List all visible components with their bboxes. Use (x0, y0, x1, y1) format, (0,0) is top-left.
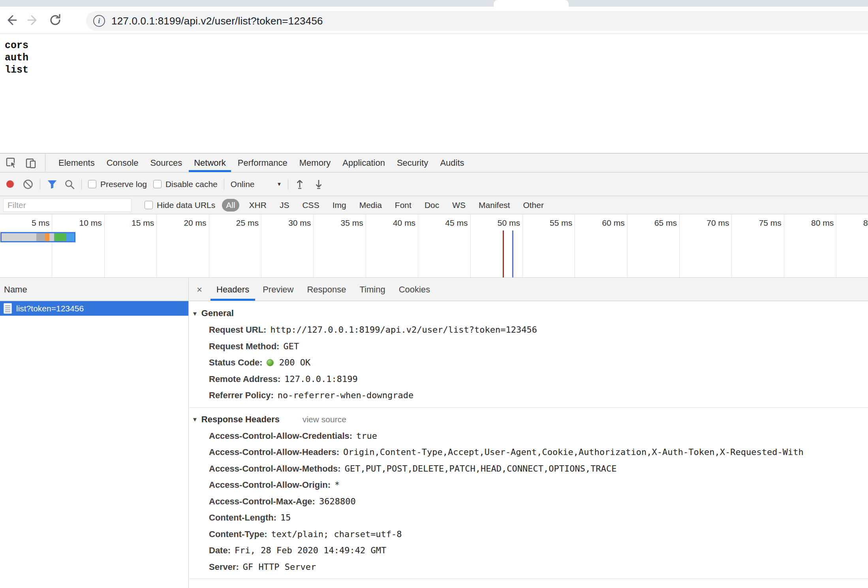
header-name: Request Method: (209, 341, 279, 351)
header-row: Request URL:http://127.0.0.1:8199/api.v2… (189, 322, 868, 338)
checkbox-icon[interactable] (145, 201, 153, 209)
details-tab-headers[interactable]: Headers (210, 278, 256, 301)
filter-type-doc[interactable]: Doc (421, 199, 442, 211)
clear-button[interactable] (23, 179, 34, 190)
view-source-link[interactable]: view source (302, 415, 346, 424)
overview-segment (54, 233, 66, 241)
header-name: Date: (209, 545, 231, 555)
details-tab-timing[interactable]: Timing (353, 278, 392, 301)
tab-performance[interactable]: Performance (232, 154, 293, 172)
tab-network[interactable]: Network (188, 154, 232, 172)
filter-type-xhr[interactable]: XHR (246, 199, 270, 211)
filter-type-js[interactable]: JS (276, 199, 293, 211)
checkbox-icon[interactable] (153, 180, 162, 188)
page-info-icon[interactable]: i (93, 15, 105, 27)
waterfall-overview-bar[interactable] (0, 232, 75, 242)
hide-data-urls-checkbox[interactable]: Hide data URLs (145, 200, 215, 210)
active-browser-tab[interactable] (494, 0, 569, 7)
timeline-tick: 35 ms (314, 214, 366, 277)
section-title: Response Headers (201, 414, 280, 425)
import-har-icon[interactable] (295, 179, 305, 190)
timeline-tick: 10 ms (52, 214, 104, 277)
preserve-log-checkbox[interactable]: Preserve log (88, 180, 147, 189)
record-button[interactable] (6, 180, 14, 188)
header-row: Remote Address:127.0.0.1:8199 (189, 371, 868, 388)
filter-type-ws[interactable]: WS (449, 199, 469, 211)
address-bar[interactable]: i 127.0.0.1:8199/api.v2/user/list?token=… (86, 11, 868, 31)
overview-segment (66, 233, 74, 241)
document-icon (4, 303, 12, 314)
reload-button[interactable] (44, 9, 66, 31)
collapse-triangle-icon[interactable]: ▼ (192, 416, 198, 423)
filter-type-all[interactable]: All (222, 199, 239, 212)
timeline-tick: 75 ms (732, 214, 784, 277)
throttling-dropdown[interactable]: Online ▼ (231, 180, 282, 189)
header-row: Content-Length:15 (189, 509, 868, 526)
details-tab-preview[interactable]: Preview (256, 278, 300, 301)
details-tab-response[interactable]: Response (300, 278, 353, 301)
tab-memory[interactable]: Memory (293, 154, 336, 172)
collapse-triangle-icon[interactable]: ▼ (192, 310, 198, 317)
tab-console[interactable]: Console (101, 154, 145, 172)
tab-elements[interactable]: Elements (53, 154, 101, 172)
request-details-panel: × HeadersPreviewResponseTimingCookies ▼G… (189, 278, 868, 588)
filter-type-font[interactable]: Font (392, 199, 415, 211)
network-panels: Name list?token=123456 × HeadersPreviewR… (0, 278, 868, 588)
export-har-icon[interactable] (314, 179, 324, 190)
filter-input[interactable] (3, 198, 132, 212)
header-value: Fri, 28 Feb 2020 14:49:42 GMT (235, 545, 386, 555)
timeline-tick: 20 ms (157, 214, 209, 277)
timeline-tick: 5 ms (0, 214, 52, 277)
filter-type-css[interactable]: CSS (299, 199, 322, 211)
throttling-value: Online (231, 180, 255, 189)
header-row: Referrer Policy:no-referrer-when-downgra… (189, 387, 868, 404)
timeline-tick: 80 ms (784, 214, 836, 277)
header-value: no-referrer-when-downgrade (278, 390, 413, 400)
tab-application[interactable]: Application (336, 154, 391, 172)
back-button[interactable] (0, 9, 22, 31)
overview-segment (45, 233, 49, 241)
search-icon[interactable] (64, 179, 75, 190)
filter-type-other[interactable]: Other (520, 199, 547, 211)
header-name: Server: (209, 562, 239, 572)
filter-type-manifest[interactable]: Manifest (475, 199, 513, 211)
filter-toggle-icon[interactable] (47, 179, 58, 190)
request-list-panel: Name list?token=123456 (0, 278, 189, 588)
header-value: text/plain; charset=utf-8 (271, 529, 402, 539)
close-details-button[interactable]: × (189, 278, 210, 301)
timeline-tick: 25 ms (209, 214, 261, 277)
devtools-tabbar: ElementsConsoleSourcesNetworkPerformance… (0, 154, 868, 172)
tab-audits[interactable]: Audits (434, 154, 470, 172)
filter-type-media[interactable]: Media (356, 199, 385, 211)
url-text[interactable]: 127.0.0.1:8199/api.v2/user/list?token=12… (111, 15, 323, 27)
inspect-element-icon[interactable] (6, 157, 17, 169)
hide-data-urls-label: Hide data URLs (157, 200, 215, 210)
timeline-tick: 40 ms (366, 214, 418, 277)
page-text-line: list (5, 64, 868, 76)
request-row[interactable]: list?token=123456 (0, 301, 188, 316)
name-column-header[interactable]: Name (0, 278, 188, 301)
header-value: 127.0.0.1:8199 (284, 374, 357, 384)
header-name: Access-Control-Allow-Origin: (209, 480, 331, 490)
tab-security[interactable]: Security (391, 154, 434, 172)
header-value: Origin,Content-Type,Accept,User-Agent,Co… (343, 447, 804, 457)
header-value: http://127.0.0.1:8199/api.v2/user/list?t… (270, 325, 537, 335)
filter-type-img[interactable]: Img (329, 199, 349, 211)
timeline-ruler[interactable]: 5 ms10 ms15 ms20 ms25 ms30 ms35 ms40 ms4… (0, 214, 868, 278)
header-row: Content-Type:text/plain; charset=utf-8 (189, 526, 868, 543)
device-toolbar-icon[interactable] (25, 157, 37, 169)
details-tab-cookies[interactable]: Cookies (392, 278, 437, 301)
header-name: Status Code: (209, 358, 263, 367)
section-header[interactable]: ▼General (189, 305, 868, 322)
section-header[interactable]: ▼Response Headersview source (189, 411, 868, 428)
header-name: Access-Control-Allow-Credentials: (209, 431, 352, 441)
devtools-left-icons (0, 154, 45, 172)
checkbox-icon[interactable] (88, 180, 96, 188)
forward-button[interactable] (22, 9, 44, 31)
separator (81, 179, 82, 190)
name-column-label: Name (4, 285, 27, 295)
disable-cache-checkbox[interactable]: Disable cache (153, 180, 218, 189)
header-value: GET (283, 341, 299, 351)
header-name: Remote Address: (209, 374, 280, 384)
tab-sources[interactable]: Sources (144, 154, 188, 172)
